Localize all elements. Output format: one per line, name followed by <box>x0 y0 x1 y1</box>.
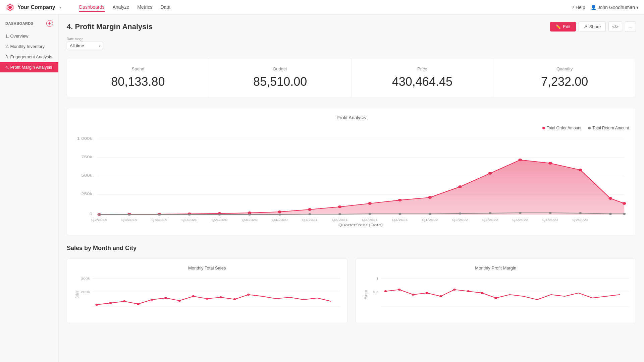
svg-point-38 <box>278 214 281 216</box>
svg-text:750k: 750k <box>81 155 92 159</box>
date-range-select[interactable]: All time Last 30 days Last 90 days Last … <box>67 42 103 50</box>
nav-data[interactable]: Data <box>160 3 170 12</box>
edit-icon: ✏️ <box>555 24 561 29</box>
svg-text:Q4/2021: Q4/2021 <box>392 218 408 222</box>
kpi-budget-value: 85,510.00 <box>216 75 344 89</box>
svg-text:Q3/2021: Q3/2021 <box>362 218 378 222</box>
legend-return-label: Total Return Amount <box>592 126 629 130</box>
user-chevron-icon: ▾ <box>636 5 639 10</box>
share-button[interactable]: ↗ Share <box>579 21 606 32</box>
svg-point-29 <box>579 169 582 171</box>
legend-return-amount: Total Return Amount <box>588 126 629 130</box>
nav-dashboards[interactable]: Dashboards <box>79 3 105 12</box>
kpi-spend-value: 80,133.80 <box>74 75 202 89</box>
svg-point-19 <box>278 210 281 213</box>
svg-text:Q2/2019: Q2/2019 <box>91 218 107 222</box>
svg-point-45 <box>489 212 491 214</box>
nav-metrics[interactable]: Metrics <box>137 3 152 12</box>
more-button[interactable]: ··· <box>625 21 636 32</box>
sidebar-item-monthly-inventory[interactable]: 2. Monthly Inventory <box>0 41 58 52</box>
svg-text:Q1/2023: Q1/2023 <box>542 218 558 222</box>
kpi-price: Price 430,464.45 <box>352 58 494 97</box>
svg-point-24 <box>428 196 432 199</box>
svg-point-23 <box>398 199 402 201</box>
svg-text:Q1/2021: Q1/2021 <box>302 218 318 222</box>
svg-text:Q4/2020: Q4/2020 <box>272 218 288 222</box>
company-chevron-icon[interactable]: ▾ <box>59 5 61 10</box>
nav-links: Dashboards Analyze Metrics Data <box>79 3 572 12</box>
svg-point-42 <box>398 213 401 215</box>
sales-charts-row: Monthly Total Sales 300k 200k <box>67 258 636 323</box>
svg-point-50 <box>623 213 626 215</box>
legend-order-label: Total Order Amount <box>547 126 581 130</box>
kpi-budget-label: Budget <box>216 66 344 71</box>
svg-point-36 <box>218 214 221 216</box>
monthly-profit-margin-title: Monthly Profit Margin <box>363 265 629 270</box>
monthly-total-sales-title: Monthly Total Sales <box>74 265 340 270</box>
svg-text:0: 0 <box>90 212 92 216</box>
svg-point-20 <box>308 208 312 211</box>
svg-text:Q4/2022: Q4/2022 <box>512 218 528 222</box>
sidebar-item-profit-margin[interactable]: 4. Profit Margin Analysis <box>0 62 58 72</box>
main-content: 4. Profit Margin Analysis ✏️ Edit ↗ Shar… <box>59 15 644 362</box>
svg-text:Margin: Margin <box>363 290 368 299</box>
svg-point-25 <box>458 185 462 188</box>
chart-legend: Total Order Amount Total Return Amount <box>74 126 629 130</box>
kpi-price-label: Price <box>358 66 487 71</box>
nav-analyze[interactable]: Analyze <box>113 3 129 12</box>
svg-text:200k: 200k <box>81 290 90 294</box>
svg-point-30 <box>608 197 612 200</box>
help-link[interactable]: ? Help <box>572 5 585 10</box>
svg-text:Q1/2022: Q1/2022 <box>422 218 438 222</box>
add-dashboard-button[interactable]: + <box>46 20 53 27</box>
svg-point-28 <box>548 162 552 165</box>
kpi-budget: Budget 85,510.00 <box>209 58 352 97</box>
svg-text:300k: 300k <box>81 277 90 280</box>
monthly-total-svg: 300k 200k <box>74 275 340 315</box>
company-logo-icon <box>5 3 15 12</box>
header-actions: ✏️ Edit ↗ Share </> ··· <box>550 21 636 32</box>
sidebar: DASHBOARDS + 1. Overview 2. Monthly Inve… <box>0 15 59 362</box>
svg-text:Q3/2019: Q3/2019 <box>121 218 138 222</box>
svg-point-80 <box>178 300 181 302</box>
svg-text:Q2/2022: Q2/2022 <box>452 218 468 222</box>
svg-point-75 <box>109 302 112 304</box>
legend-order-amount: Total Order Amount <box>542 126 581 130</box>
svg-point-82 <box>206 298 208 300</box>
legend-return-dot <box>588 127 591 129</box>
date-range-label: Date range <box>67 37 636 41</box>
dashboards-label: DASHBOARDS <box>5 21 34 25</box>
svg-point-85 <box>247 294 250 296</box>
svg-point-40 <box>338 213 341 215</box>
page-title: 4. Profit Margin Analysis <box>67 22 153 31</box>
svg-text:Sales: Sales <box>74 291 79 299</box>
svg-text:1: 1 <box>376 277 379 280</box>
embed-button[interactable]: </> <box>608 21 622 32</box>
kpi-quantity-value: 7,232.00 <box>500 75 629 89</box>
svg-point-34 <box>158 214 161 216</box>
svg-text:Q2/2020: Q2/2020 <box>212 218 228 222</box>
svg-point-77 <box>137 303 140 305</box>
sidebar-item-overview[interactable]: 1. Overview <box>0 31 58 41</box>
svg-point-76 <box>123 300 126 302</box>
svg-text:0.5: 0.5 <box>373 290 378 294</box>
svg-point-22 <box>368 202 372 205</box>
kpi-quantity-label: Quantity <box>500 66 629 71</box>
svg-text:Quarter/Year (Date): Quarter/Year (Date) <box>338 223 383 227</box>
kpi-spend: Spend 80,133.80 <box>67 58 209 97</box>
user-icon: 👤 <box>591 5 596 10</box>
svg-point-43 <box>429 213 431 215</box>
svg-point-49 <box>609 213 612 215</box>
svg-text:Q2/2023: Q2/2023 <box>572 218 588 222</box>
svg-text:500k: 500k <box>81 173 92 177</box>
kpi-row: Spend 80,133.80 Budget 85,510.00 Price 4… <box>67 58 636 97</box>
user-menu[interactable]: 👤 John Goodhuman ▾ <box>591 5 639 10</box>
svg-point-83 <box>219 296 222 298</box>
svg-text:250k: 250k <box>81 192 92 196</box>
svg-text:1 000k: 1 000k <box>77 136 93 140</box>
svg-point-74 <box>95 304 98 306</box>
svg-point-81 <box>192 295 195 297</box>
help-circle-icon: ? <box>572 5 574 10</box>
edit-button[interactable]: ✏️ Edit <box>550 22 576 32</box>
sidebar-item-engagement[interactable]: 3. Engagement Analysis <box>0 52 58 62</box>
